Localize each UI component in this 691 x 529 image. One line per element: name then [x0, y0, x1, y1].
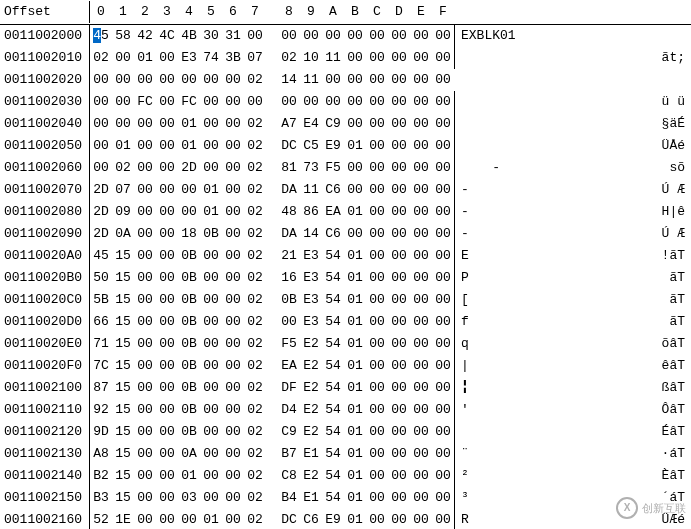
- hex-cell[interactable]: 02: [244, 135, 266, 157]
- hex-cell[interactable]: 00: [366, 443, 388, 465]
- hex-cell[interactable]: 00: [388, 201, 410, 223]
- hex-cell[interactable]: DC: [278, 135, 300, 157]
- hex-cell[interactable]: 00: [200, 355, 222, 377]
- hex-cell[interactable]: 02: [244, 267, 266, 289]
- hex-cell[interactable]: 00: [200, 91, 222, 113]
- hex-cell[interactable]: 02: [244, 509, 266, 529]
- hex-cell[interactable]: A8: [90, 443, 112, 465]
- hex-cell[interactable]: 02: [112, 157, 134, 179]
- hex-cell[interactable]: 14: [278, 69, 300, 91]
- hex-cell[interactable]: 02: [244, 113, 266, 135]
- hex-cell[interactable]: A7: [278, 113, 300, 135]
- hex-cell[interactable]: 54: [322, 421, 344, 443]
- hex-view[interactable]: Offset 0 1 2 3 4 5 6 7 8 9 A B C D E F 0…: [0, 0, 691, 529]
- hex-cell[interactable]: 00: [222, 487, 244, 509]
- offset-cell[interactable]: 0011002140: [0, 465, 90, 487]
- hex-cell[interactable]: 00: [200, 465, 222, 487]
- hex-cell[interactable]: 00: [432, 333, 454, 355]
- hex-cell[interactable]: 00: [134, 267, 156, 289]
- hex-row[interactable]: 00110020C05B1500000B0000020BE35401000000…: [0, 289, 691, 311]
- hex-cell[interactable]: 01: [134, 47, 156, 69]
- hex-cell[interactable]: 01: [344, 135, 366, 157]
- hex-cell[interactable]: 00: [410, 47, 432, 69]
- hex-cell[interactable]: 00: [410, 355, 432, 377]
- hex-cell[interactable]: E3: [300, 267, 322, 289]
- offset-cell[interactable]: 0011002060: [0, 157, 90, 179]
- hex-row[interactable]: 0011002160521E000000010002DCC6E901000000…: [0, 509, 691, 529]
- hex-cell[interactable]: 54: [322, 443, 344, 465]
- hex-cell[interactable]: 00: [156, 245, 178, 267]
- hex-cell[interactable]: 00: [344, 91, 366, 113]
- hex-cell[interactable]: 81: [278, 157, 300, 179]
- hex-cell[interactable]: 00: [322, 69, 344, 91]
- hex-cell[interactable]: 02: [244, 157, 266, 179]
- hex-cell[interactable]: 54: [322, 289, 344, 311]
- hex-cell[interactable]: DA: [278, 179, 300, 201]
- offset-cell[interactable]: 00110020D0: [0, 311, 90, 333]
- hex-cell[interactable]: 00: [134, 487, 156, 509]
- hex-cell[interactable]: 0B: [178, 355, 200, 377]
- hex-cell[interactable]: 00: [344, 113, 366, 135]
- hex-cell[interactable]: 00: [366, 47, 388, 69]
- hex-cell[interactable]: 00: [134, 223, 156, 245]
- hex-cell[interactable]: 00: [432, 377, 454, 399]
- hex-cell[interactable]: 02: [244, 289, 266, 311]
- offset-cell[interactable]: 0011002150: [0, 487, 90, 509]
- hex-cell[interactable]: 00: [366, 465, 388, 487]
- ascii-cell[interactable]: RÜÆé: [454, 509, 691, 529]
- hex-cell[interactable]: 00: [432, 223, 454, 245]
- hex-cell[interactable]: 00: [134, 421, 156, 443]
- hex-row[interactable]: 0011002140B215000001000002C8E25401000000…: [0, 465, 691, 487]
- hex-cell[interactable]: 00: [432, 245, 454, 267]
- hex-cell[interactable]: 4B: [178, 25, 200, 47]
- hex-cell[interactable]: 01: [200, 179, 222, 201]
- hex-row[interactable]: 00110020500001000001000002DCC5E901000000…: [0, 135, 691, 157]
- hex-cell[interactable]: 00: [432, 47, 454, 69]
- hex-cell[interactable]: 00: [366, 223, 388, 245]
- hex-cell[interactable]: 00: [200, 245, 222, 267]
- hex-cell[interactable]: 1E: [112, 509, 134, 529]
- hex-cell[interactable]: 00: [90, 69, 112, 91]
- hex-cell[interactable]: 00: [222, 201, 244, 223]
- hex-cell[interactable]: 00: [222, 289, 244, 311]
- hex-cell[interactable]: 02: [244, 421, 266, 443]
- hex-cell[interactable]: 00: [388, 289, 410, 311]
- hex-cell[interactable]: E1: [300, 487, 322, 509]
- hex-cell[interactable]: 01: [344, 487, 366, 509]
- hex-cell[interactable]: 00: [410, 113, 432, 135]
- ascii-cell[interactable]: [ãT: [454, 289, 691, 311]
- hex-cell[interactable]: 00: [134, 333, 156, 355]
- hex-row[interactable]: 00110020902D0A0000180B0002DA14C600000000…: [0, 223, 691, 245]
- hex-cell[interactable]: 73: [300, 157, 322, 179]
- hex-cell[interactable]: 00: [156, 267, 178, 289]
- hex-cell[interactable]: 00: [134, 399, 156, 421]
- hex-cell[interactable]: 00: [388, 421, 410, 443]
- hex-cell[interactable]: 02: [244, 311, 266, 333]
- hex-cell[interactable]: B2: [90, 465, 112, 487]
- hex-cell[interactable]: 00: [432, 289, 454, 311]
- hex-cell[interactable]: 15: [112, 465, 134, 487]
- hex-cell[interactable]: 00: [134, 113, 156, 135]
- hex-cell[interactable]: 66: [90, 311, 112, 333]
- hex-cell[interactable]: 0B: [178, 311, 200, 333]
- hex-cell[interactable]: 3B: [222, 47, 244, 69]
- hex-cell[interactable]: 52: [90, 509, 112, 529]
- hex-cell[interactable]: 15: [112, 289, 134, 311]
- hex-cell[interactable]: 21: [278, 245, 300, 267]
- hex-cell[interactable]: 00: [410, 443, 432, 465]
- hex-cell[interactable]: 0A: [178, 443, 200, 465]
- hex-cell[interactable]: 00: [134, 355, 156, 377]
- hex-cell[interactable]: DF: [278, 377, 300, 399]
- hex-cell[interactable]: 7C: [90, 355, 112, 377]
- hex-cell[interactable]: 00: [90, 157, 112, 179]
- hex-cell[interactable]: 00: [432, 135, 454, 157]
- hex-cell[interactable]: 00: [200, 487, 222, 509]
- ascii-cell[interactable]: -H|ê: [454, 201, 691, 223]
- hex-rows[interactable]: 00110020004558424C4B30310000000000000000…: [0, 25, 691, 529]
- hex-cell[interactable]: 00: [388, 311, 410, 333]
- hex-cell[interactable]: 00: [388, 509, 410, 529]
- hex-cell[interactable]: 00: [178, 201, 200, 223]
- hex-cell[interactable]: E2: [300, 465, 322, 487]
- ascii-cell[interactable]: ¨·áT: [454, 443, 691, 465]
- ascii-cell[interactable]: -Ú Æ: [454, 223, 691, 245]
